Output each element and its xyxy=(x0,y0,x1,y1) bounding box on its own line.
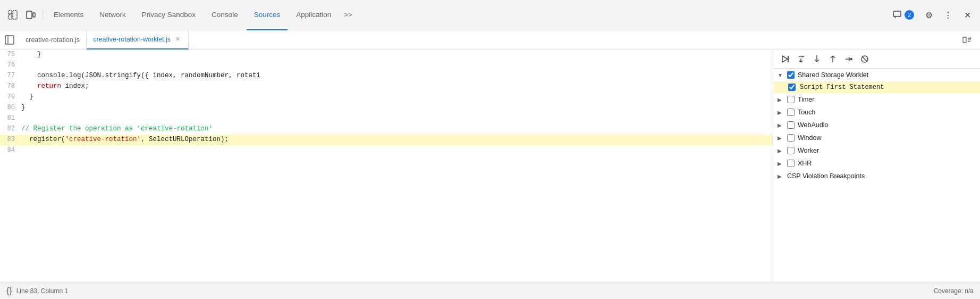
bp-group-csp[interactable]: ▶ CSP Violation Breakpoints xyxy=(773,170,980,182)
bp-group-window[interactable]: ▶ Window xyxy=(773,131,980,144)
coverage-status: Coverage: n/a xyxy=(934,287,974,295)
bp-timer-checkbox[interactable] xyxy=(787,96,795,103)
file-tabs-row: creative-rotation.js creative-rotation-w… xyxy=(0,30,980,49)
svg-rect-5 xyxy=(893,11,901,16)
status-bar: {} Line 83, Column 1 Coverage: n/a xyxy=(0,282,980,299)
bp-group-worker[interactable]: ▶ Worker xyxy=(773,144,980,157)
chevron-down-icon: ▼ xyxy=(778,72,784,78)
chevron-right-icon-xhr: ▶ xyxy=(778,161,784,167)
file-tab-worklet[interactable]: creative-rotation-worklet.js ✕ xyxy=(87,30,189,49)
code-line-84: 84 xyxy=(0,145,773,156)
bp-group-xhr[interactable]: ▶ XHR xyxy=(773,157,980,170)
toolbar-separator xyxy=(43,10,43,20)
more-vert-icon: ⋮ xyxy=(944,10,952,20)
bp-group-touch[interactable]: ▶ Touch xyxy=(773,106,980,119)
file-tabs-right xyxy=(960,33,978,47)
chat-icon xyxy=(893,10,902,20)
bp-group-shared-storage[interactable]: ▼ Shared Storage Worklet xyxy=(773,69,980,81)
bp-webaudio-checkbox[interactable] xyxy=(787,121,795,129)
toolbar-right-actions: 2 ⚙ ⋮ ✕ xyxy=(889,6,976,23)
step-over-button[interactable] xyxy=(793,52,808,67)
tab-application[interactable]: Application xyxy=(289,0,339,30)
resume-icon xyxy=(781,55,789,63)
code-panel[interactable]: 75 } 76 77 console.log(JSON.stringify({ … xyxy=(0,49,773,282)
format-icon[interactable]: {} xyxy=(6,286,12,296)
step-out-button[interactable] xyxy=(825,52,840,67)
close-devtools-button[interactable]: ✕ xyxy=(959,6,976,23)
bp-xhr-checkbox[interactable] xyxy=(787,160,795,167)
gear-icon: ⚙ xyxy=(925,10,933,20)
svg-marker-12 xyxy=(782,56,788,62)
svg-rect-0 xyxy=(9,11,12,14)
debug-toolbar xyxy=(773,49,980,69)
bp-shared-storage-checkbox[interactable] xyxy=(787,71,795,79)
tab-elements[interactable]: Elements xyxy=(46,0,91,30)
step-icon xyxy=(844,55,853,63)
step-button[interactable] xyxy=(841,52,856,67)
tab-network[interactable]: Network xyxy=(92,0,133,30)
code-line-76: 76 xyxy=(0,60,773,71)
inspect-icon-btn[interactable] xyxy=(4,6,21,23)
chat-button[interactable]: 2 xyxy=(889,8,918,22)
file-tab-creative-rotation[interactable]: creative-rotation.js xyxy=(19,30,87,49)
tab-console[interactable]: Console xyxy=(204,0,246,30)
device-toggle-btn[interactable] xyxy=(22,6,39,23)
sidebar-toggle-button[interactable] xyxy=(2,32,17,47)
chat-badge: 2 xyxy=(905,10,914,20)
chevron-right-icon-webaudio: ▶ xyxy=(778,122,784,128)
panel-icon xyxy=(962,36,971,44)
close-tab-button[interactable]: ✕ xyxy=(174,35,182,43)
code-line-79: 79 } xyxy=(0,92,773,103)
close-icon: ✕ xyxy=(964,10,971,20)
tab-more[interactable]: >> xyxy=(340,0,357,30)
code-lines: 75 } 76 77 console.log(JSON.stringify({ … xyxy=(0,49,773,156)
right-panel: ▼ Shared Storage Worklet Script First St… xyxy=(773,49,980,282)
bp-group-webaudio[interactable]: ▶ WebAudio xyxy=(773,119,980,131)
chevron-right-icon-csp: ▶ xyxy=(778,173,784,179)
device-icon xyxy=(26,10,36,20)
chevron-right-icon-touch: ▶ xyxy=(778,110,784,115)
devtools-toolbar: Elements Network Privacy Sandbox Console… xyxy=(0,0,980,30)
cursor-position: Line 83, Column 1 xyxy=(16,287,68,295)
code-line-77: 77 console.log(JSON.stringify({ index, r… xyxy=(0,71,773,81)
format-panel-button[interactable] xyxy=(960,33,974,47)
tab-privacy-sandbox[interactable]: Privacy Sandbox xyxy=(134,0,203,30)
sidebar-icon xyxy=(5,35,14,45)
main-area: 75 } 76 77 console.log(JSON.stringify({ … xyxy=(0,49,980,282)
svg-rect-8 xyxy=(963,37,966,43)
code-line-83: 83 register('creative-rotation', SelectU… xyxy=(0,135,773,145)
svg-line-28 xyxy=(862,56,867,62)
code-line-81: 81 xyxy=(0,113,773,124)
bp-item-script-first-statement[interactable]: Script First Statement xyxy=(773,81,980,93)
chevron-right-icon-timer: ▶ xyxy=(778,97,784,103)
bp-group-timer[interactable]: ▶ Timer xyxy=(773,93,980,106)
deactivate-breakpoints-button[interactable] xyxy=(857,52,872,67)
code-line-80: 80 } xyxy=(0,103,773,113)
bp-window-checkbox[interactable] xyxy=(787,134,795,142)
resume-button[interactable] xyxy=(778,52,792,67)
svg-rect-6 xyxy=(5,36,14,44)
code-line-78: 78 return index; xyxy=(0,81,773,92)
status-left: {} Line 83, Column 1 xyxy=(6,286,68,296)
svg-rect-2 xyxy=(13,11,17,19)
step-out-icon xyxy=(829,55,837,63)
deactivate-icon xyxy=(860,55,869,63)
step-over-icon xyxy=(797,55,805,63)
step-into-icon xyxy=(813,55,821,63)
svg-rect-4 xyxy=(33,13,35,17)
step-into-button[interactable] xyxy=(809,52,824,67)
bp-worker-checkbox[interactable] xyxy=(787,147,795,154)
bp-touch-checkbox[interactable] xyxy=(787,109,795,116)
code-line-75: 75 } xyxy=(0,49,773,60)
inspect-icon xyxy=(8,10,18,20)
svg-rect-1 xyxy=(9,15,12,19)
svg-rect-3 xyxy=(27,11,32,19)
more-options-button[interactable]: ⋮ xyxy=(940,6,957,23)
chevron-right-icon-window: ▶ xyxy=(778,135,784,141)
bp-script-first-stmt-checkbox[interactable] xyxy=(788,84,796,91)
chevron-right-icon-worker: ▶ xyxy=(778,148,784,154)
settings-button[interactable]: ⚙ xyxy=(920,6,937,23)
tab-sources[interactable]: Sources xyxy=(247,0,288,30)
code-line-82: 82 // Register the operation as 'creativ… xyxy=(0,124,773,135)
breakpoints-section: ▼ Shared Storage Worklet Script First St… xyxy=(773,69,980,182)
